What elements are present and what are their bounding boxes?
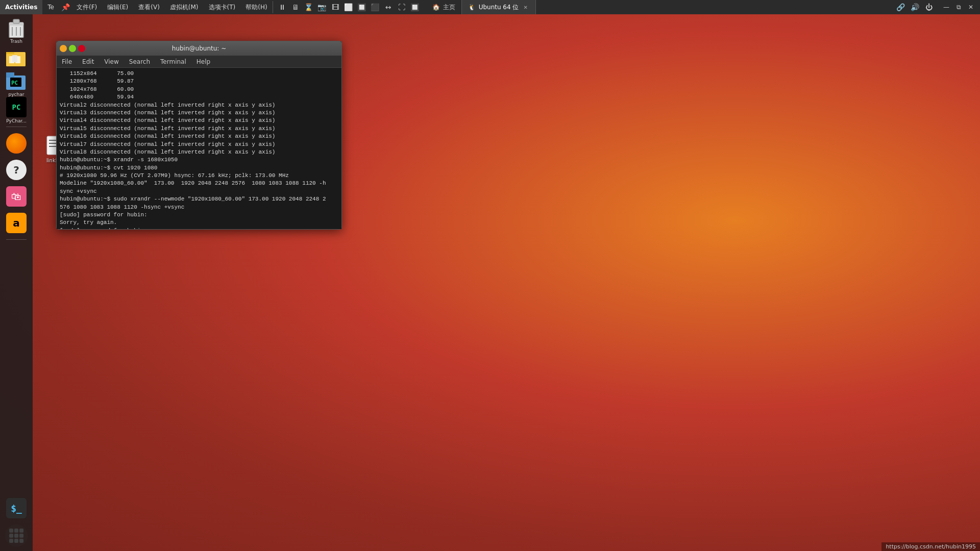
terminal-menubar: File Edit View Search Terminal Help <box>57 56 341 68</box>
terminal-maximize-btn[interactable] <box>69 45 76 52</box>
svg-rect-2 <box>13 19 19 23</box>
terminal-title: hubin@ubuntu: ~ <box>172 45 226 52</box>
toolbar-icon-7[interactable]: ⬛ <box>369 1 381 13</box>
bottom-url-bar: https://blog.csdn.net/hubin1995 <box>881 542 980 551</box>
svg-rect-13 <box>6 72 14 78</box>
tab-ubuntu[interactable]: 🐧 Ubuntu 64 位 ✕ <box>462 0 536 14</box>
dock-item-trash[interactable]: Trash <box>4 18 29 43</box>
tab-ubuntu-label: Ubuntu 64 位 <box>479 3 519 12</box>
dock-item-help[interactable]: ? <box>4 158 29 182</box>
ubuntu-icon: 🐧 <box>468 4 476 11</box>
minimize-button[interactable]: — <box>941 2 951 12</box>
window-controls: 🔗 🔊 ⏻ — ⧉ ✕ <box>894 1 980 13</box>
pycharm-icon: PC <box>6 97 27 117</box>
toolbar-icon-3[interactable]: 📷 <box>316 1 328 13</box>
tab-home[interactable]: 🏠 主页 <box>426 0 462 14</box>
tab-ubuntu-close[interactable]: ✕ <box>522 4 529 11</box>
home-icon: 🏠 <box>432 4 440 11</box>
toolbar-icon-1[interactable]: 🖥 <box>289 1 302 13</box>
files-icon <box>6 47 27 67</box>
dock: Trash PC pychar <box>0 14 33 551</box>
toolbar-icon-4[interactable]: 🎞 <box>329 1 341 13</box>
restore-button[interactable]: ⧉ <box>953 2 964 12</box>
pin-icon[interactable]: 📌 <box>59 1 71 13</box>
vbox-tabs-container: 🏠 主页 🐧 Ubuntu 64 位 ✕ <box>426 0 536 14</box>
trash-icon <box>6 17 27 38</box>
dock-item-amazon[interactable]: a <box>4 211 29 235</box>
toolbar-icon-6[interactable]: 🔲 <box>356 1 368 13</box>
vbox-toolbar: ⏸ 🖥 ⌛ 📷 🎞 ⬜ 🔲 ⬛ ↔ ⛶ 🔲 <box>273 1 424 13</box>
toolbar-icon-10[interactable]: 🔲 <box>409 1 421 13</box>
volume-icon[interactable]: 🔊 <box>909 1 921 13</box>
trash-label: Trash <box>10 39 22 44</box>
dock-item-firefox[interactable] <box>4 131 29 156</box>
separator-2 <box>6 239 27 240</box>
vm-menu[interactable]: 虚拟机(M) <box>165 0 204 14</box>
dock-item-files[interactable] <box>4 45 29 69</box>
software-center-icon: 🛍 <box>6 186 27 207</box>
terminal-titlebar[interactable]: hubin@ubuntu: ~ <box>57 41 341 56</box>
terminal-view-menu[interactable]: View <box>99 57 124 66</box>
activities-menu[interactable]: Activities <box>0 0 42 14</box>
toolbar-icon-2[interactable]: ⌛ <box>303 1 315 13</box>
separator-1 <box>6 127 27 127</box>
power-icon[interactable]: ⏻ <box>923 1 935 13</box>
help-menu[interactable]: 帮助(H) <box>240 0 272 14</box>
vbox-topbar: Activities Te 📌 文件(F) 编辑(E) 查看(V) 虚拟机(M)… <box>0 0 980 14</box>
file-menu[interactable]: 文件(F) <box>71 0 102 14</box>
vbox-menu-bar: Activities Te 📌 文件(F) 编辑(E) 查看(V) 虚拟机(M)… <box>0 0 273 14</box>
dock-item-terminal[interactable]: $_ <box>4 496 29 520</box>
view-menu[interactable]: 查看(V) <box>133 0 165 14</box>
dock-item-software[interactable]: 🛍 <box>4 184 29 209</box>
pycharm-folder-icon: PC <box>6 70 27 91</box>
terminal-window-buttons <box>60 45 85 52</box>
terminal-edit-menu[interactable]: Edit <box>77 57 99 66</box>
pycharm-folder-label: pychar <box>9 92 24 97</box>
terminal-file-menu[interactable]: File <box>57 57 77 66</box>
dock-item-pycharm[interactable]: PC PyChar... <box>4 98 29 122</box>
toolbar-icon-8[interactable]: ↔ <box>382 1 395 13</box>
terminal-content-area[interactable]: 1152x864 75.00 1280x768 59.87 1024x768 6… <box>57 68 341 229</box>
help-icon: ? <box>6 160 27 180</box>
terminal-window: hubin@ubuntu: ~ File Edit View Search Te… <box>56 41 342 230</box>
pycharm-label: PyChar... <box>6 118 27 123</box>
dock-item-pycharm-folder[interactable]: PC pychar <box>4 71 29 96</box>
terminal-icon: $_ <box>6 498 27 518</box>
terminal-terminal-menu[interactable]: Terminal <box>155 57 191 66</box>
terminal-close-btn[interactable] <box>78 45 85 52</box>
tab-menu[interactable]: 选项卡(T) <box>204 0 241 14</box>
edit-menu[interactable]: 编辑(E) <box>102 0 133 14</box>
te-label[interactable]: Te <box>42 0 59 14</box>
svg-rect-11 <box>12 55 17 62</box>
terminal-help-menu[interactable]: Help <box>191 57 215 66</box>
toolbar-icon-9[interactable]: ⛶ <box>396 1 408 13</box>
svg-text:PC: PC <box>11 80 18 86</box>
amazon-icon: a <box>6 213 27 233</box>
terminal-minimize-btn[interactable] <box>60 45 67 52</box>
pause-icon[interactable]: ⏸ <box>276 1 288 13</box>
tab-home-label: 主页 <box>443 3 455 12</box>
terminal-search-menu[interactable]: Search <box>124 57 155 66</box>
toolbar-icon-5[interactable]: ⬜ <box>342 1 355 13</box>
firefox-icon <box>6 133 27 154</box>
network-icon[interactable]: 🔗 <box>894 1 906 13</box>
close-button[interactable]: ✕ <box>966 2 976 12</box>
